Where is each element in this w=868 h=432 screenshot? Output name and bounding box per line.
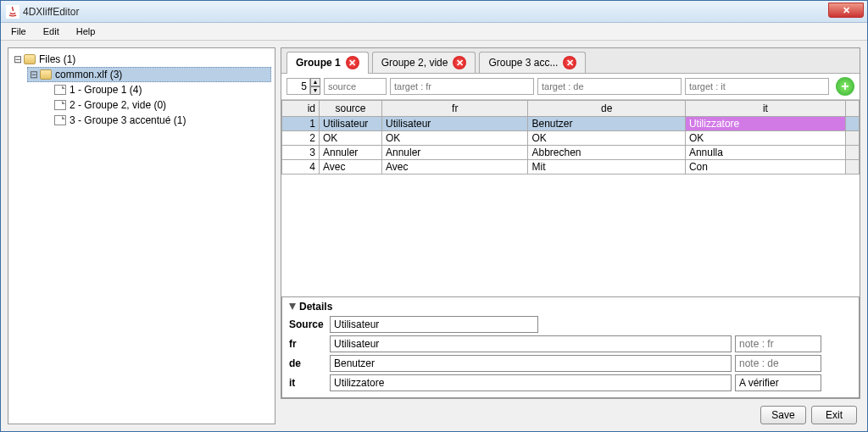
svg-marker-1 xyxy=(289,303,296,310)
tree-group[interactable]: 3 - Groupe 3 accentué (1) xyxy=(42,113,271,128)
cell-it[interactable]: Annulla xyxy=(685,146,845,160)
tree-group[interactable]: 1 - Groupe 1 (4) xyxy=(42,82,271,97)
details-fr-note[interactable] xyxy=(735,335,821,352)
filter-fr[interactable] xyxy=(390,78,534,95)
tab[interactable]: Groupe 3 acc...✕ xyxy=(479,52,586,73)
cell-id[interactable]: 2 xyxy=(282,131,320,146)
cell-it[interactable]: OK xyxy=(685,131,845,146)
file-icon xyxy=(54,100,66,110)
details-source-label: Source xyxy=(289,318,326,330)
menu-file[interactable]: File xyxy=(4,25,33,38)
tab[interactable]: Groupe 1✕ xyxy=(287,52,369,74)
tree-group-label: 3 - Groupe 3 accentué (1) xyxy=(70,114,186,126)
cell-de[interactable]: Abbrechen xyxy=(528,146,685,160)
spinner-down-icon[interactable]: ▼ xyxy=(310,86,320,95)
row-count-input[interactable] xyxy=(287,78,310,95)
tab-bar: Groupe 1✕Groupe 2, vide✕Groupe 3 acc...✕ xyxy=(281,48,860,74)
table-row[interactable]: 1UtilisateurUtilisateurBenutzerUtilizzat… xyxy=(282,117,860,131)
cell-fr[interactable]: OK xyxy=(382,131,528,146)
window-title: 4DXliffEditor xyxy=(23,6,79,18)
details-title: Details xyxy=(299,301,332,313)
tree-panel: ⊟ Files (1) ⊟ common.xlf (3) 1 - Groupe … xyxy=(8,47,275,424)
details-de-label: de xyxy=(289,357,326,369)
tree-group-label: 1 - Groupe 1 (4) xyxy=(70,84,142,96)
th-de[interactable]: de xyxy=(528,101,685,117)
cell-source[interactable]: OK xyxy=(320,131,382,146)
collapse-handle-icon[interactable]: ⊟ xyxy=(14,53,22,65)
cell-fr[interactable]: Utilisateur xyxy=(382,117,528,131)
java-app-icon xyxy=(6,5,19,19)
titlebar: 4DXliffEditor ✕ xyxy=(1,1,867,23)
tab[interactable]: Groupe 2, vide✕ xyxy=(372,52,476,73)
cell-source[interactable]: Utilisateur xyxy=(320,117,382,131)
tab-close-icon[interactable]: ✕ xyxy=(346,56,359,69)
details-source-input[interactable] xyxy=(330,316,538,333)
th-id[interactable]: id xyxy=(282,101,320,117)
scrollbar-spacer xyxy=(846,101,860,117)
th-it[interactable]: it xyxy=(685,101,845,117)
menu-edit[interactable]: Edit xyxy=(36,25,66,38)
details-panel: Details Source fr de xyxy=(281,296,860,398)
table-row[interactable]: 4AvecAvecMitCon xyxy=(282,160,860,174)
cell-fr[interactable]: Annuler xyxy=(382,146,528,160)
cell-it[interactable]: Utilizzatore xyxy=(685,117,845,131)
details-de-note[interactable] xyxy=(735,355,821,372)
table-scroll[interactable]: id source fr de it 1UtilisateurUtilisate… xyxy=(281,100,860,296)
details-de-input[interactable] xyxy=(330,355,732,372)
cell-de[interactable]: OK xyxy=(528,131,685,146)
tab-label: Groupe 2, vide xyxy=(381,57,448,69)
app-window: 4DXliffEditor ✕ File Edit Help ⊟ Files (… xyxy=(0,0,868,432)
cell-id[interactable]: 3 xyxy=(282,146,320,160)
cell-fr[interactable]: Avec xyxy=(382,160,528,174)
filter-source[interactable] xyxy=(324,78,387,95)
add-row-button[interactable]: + xyxy=(836,77,854,96)
tree-group[interactable]: 2 - Groupe 2, vide (0) xyxy=(42,97,271,113)
tree-root-label: Files (1) xyxy=(39,53,75,65)
cell-id[interactable]: 4 xyxy=(282,160,320,174)
folder-icon xyxy=(40,69,52,80)
filter-de[interactable] xyxy=(537,78,682,95)
tree-group-label: 2 - Groupe 2, vide (0) xyxy=(70,99,166,111)
tree-file[interactable]: ⊟ common.xlf (3) xyxy=(27,67,271,82)
tab-label: Groupe 1 xyxy=(296,57,341,69)
file-icon xyxy=(54,115,66,125)
details-fr-label: fr xyxy=(289,338,326,350)
th-fr[interactable]: fr xyxy=(382,101,528,117)
editor-panel: Groupe 1✕Groupe 2, vide✕Groupe 3 acc...✕… xyxy=(281,47,860,399)
details-it-label: it xyxy=(289,377,326,389)
table-row[interactable]: 2OKOKOKOK xyxy=(282,131,860,146)
cell-de[interactable]: Benutzer xyxy=(528,117,685,131)
menubar: File Edit Help xyxy=(1,23,867,41)
collapse-triangle-icon[interactable] xyxy=(289,303,296,310)
cell-id[interactable]: 1 xyxy=(282,117,320,131)
th-source[interactable]: source xyxy=(320,101,382,117)
file-icon xyxy=(54,85,66,95)
tab-close-icon[interactable]: ✕ xyxy=(563,56,576,69)
tree-root[interactable]: ⊟ Files (1) xyxy=(12,52,271,67)
folder-icon xyxy=(24,54,36,64)
details-it-input[interactable] xyxy=(330,374,732,391)
save-button[interactable]: Save xyxy=(760,406,806,424)
table-row[interactable]: 3AnnulerAnnulerAbbrechenAnnulla xyxy=(282,146,860,160)
details-it-note[interactable] xyxy=(735,374,821,391)
cell-source[interactable]: Avec xyxy=(320,160,382,174)
collapse-handle-icon[interactable]: ⊟ xyxy=(30,69,38,80)
details-fr-input[interactable] xyxy=(330,335,732,352)
button-row: Save Exit xyxy=(281,402,860,424)
tab-close-icon[interactable]: ✕ xyxy=(453,56,466,69)
menu-help[interactable]: Help xyxy=(70,25,103,38)
row-count-spinner[interactable]: ▲ ▼ xyxy=(287,78,320,95)
filter-it[interactable] xyxy=(685,78,829,95)
tab-label: Groupe 3 acc... xyxy=(488,57,558,69)
cell-de[interactable]: Mit xyxy=(528,160,685,174)
filter-row: ▲ ▼ + xyxy=(281,74,860,100)
tree-file-label: common.xlf (3) xyxy=(55,69,122,80)
cell-it[interactable]: Con xyxy=(685,160,845,174)
exit-button[interactable]: Exit xyxy=(811,406,857,424)
window-close-button[interactable]: ✕ xyxy=(828,3,864,18)
translation-table: id source fr de it 1UtilisateurUtilisate… xyxy=(281,100,860,174)
cell-source[interactable]: Annuler xyxy=(320,146,382,160)
spinner-up-icon[interactable]: ▲ xyxy=(310,78,320,86)
